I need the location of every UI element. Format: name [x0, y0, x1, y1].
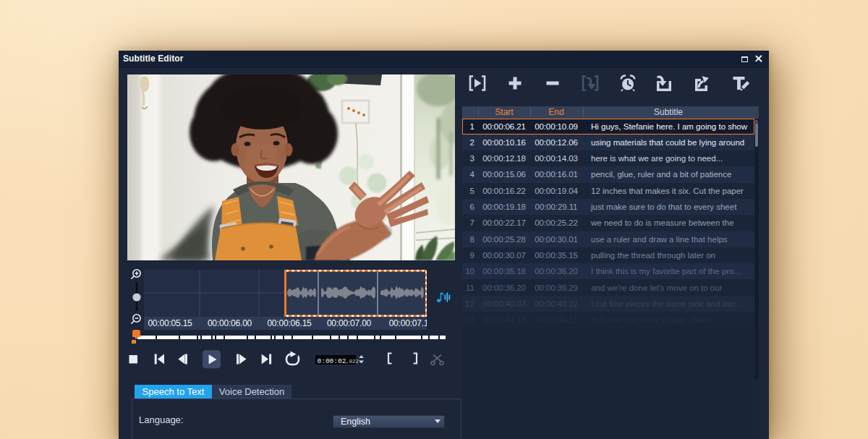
svg-text:0:00:02: 0:00:02 — [318, 357, 346, 365]
svg-text:,022: ,022 — [346, 359, 359, 365]
